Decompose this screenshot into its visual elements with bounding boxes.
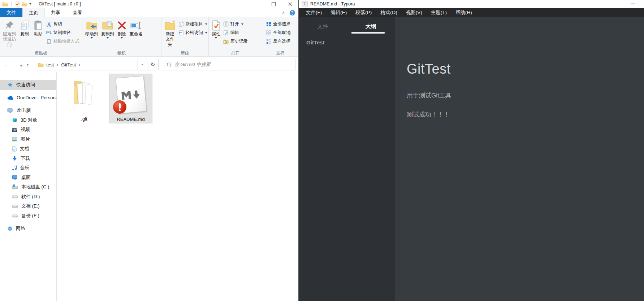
delete-button[interactable]: 删除 [116,18,128,39]
menu-paragraph[interactable]: 段落(P) [351,9,376,16]
paste-shortcut-button[interactable]: 粘贴快捷方式 [45,38,81,45]
open-button[interactable]: 打开 [222,21,249,27]
sidebar-item-downloads[interactable]: 下载 [0,154,56,163]
group-label-open: 打开 [209,51,262,56]
file-name-label: README.md [117,117,144,123]
help-icon[interactable] [289,10,295,16]
copy-to-icon [102,20,113,30]
sidebar-item-drive-c[interactable]: 本地磁盘 (C:) [0,182,56,192]
menu-file[interactable]: 文件(F) [302,9,326,16]
refresh-icon[interactable]: ↻ [147,59,159,70]
sidebar-item-drive-e[interactable]: 文档 (E:) [0,201,56,211]
maximize-button[interactable] [265,0,282,8]
menu-theme[interactable]: 主题(T) [427,9,451,16]
qat-customize-chevron-icon[interactable] [29,3,31,5]
tab-file[interactable]: 文件 [0,8,22,17]
tab-view[interactable]: 查看 [66,8,88,17]
menu-view[interactable]: 视图(V) [402,9,427,16]
open-with-typora-icon [223,21,229,27]
sidebar-item-videos[interactable]: 视频 [0,125,56,135]
history-button[interactable]: 历史记录 [222,38,249,45]
easy-access-icon [178,30,184,35]
file-item-readme[interactable]: README.md [109,74,152,123]
new-item-button[interactable]: 新建项目 [177,21,208,27]
sidebar-item-drive-d[interactable]: 软件 (D:) [0,192,56,202]
select-all-button[interactable]: 全部选择 [265,21,291,27]
rename-button[interactable]: 重命名 [128,18,144,37]
edit-button[interactable]: 编辑 [222,29,249,36]
collapse-ribbon-icon[interactable]: ∧ [282,10,285,15]
breadcrumb-test[interactable]: test [46,62,54,67]
ribbon-group-clipboard: 固定到 快速访问 复制 粘贴 剪切 [0,17,82,56]
typora-app-icon: T [302,1,308,7]
cut-icon [46,21,52,27]
up-icon[interactable]: ↑ [24,62,32,68]
copy-to-button[interactable]: 复制到 [100,18,116,39]
invert-selection-button[interactable]: 反向选择 [265,38,291,45]
star-icon [7,82,13,88]
download-arrow-icon [12,156,17,161]
menu-help[interactable]: 帮助(H) [451,9,476,16]
address-bar[interactable]: test GitTest [35,59,147,70]
back-icon[interactable]: ← [3,62,11,68]
sidebar-item-this-pc[interactable]: 此电脑 [0,106,56,115]
breadcrumb-gittest[interactable]: GitTest [61,62,76,67]
tab-home[interactable]: 主页 [22,8,45,17]
typora-tab-outline[interactable]: 大纲 [347,23,395,30]
sidebar-item-quick-access[interactable]: 快速访问 [0,80,56,90]
copy-button[interactable]: 复制 [18,18,31,37]
sidebar-item-network[interactable]: 网络 [0,224,56,234]
document-paragraph[interactable]: 用于测试Git工具 [407,91,622,100]
file-name-label: .git [81,116,87,123]
document-heading[interactable]: GitTest [407,61,622,77]
pin-icon [5,21,14,30]
minimize-button[interactable] [248,0,265,8]
new-folder-icon [164,20,176,31]
new-folder-qat-icon[interactable] [22,2,27,6]
select-none-icon [266,30,271,35]
easy-access-button[interactable]: 轻松访问 [177,29,208,36]
file-list-area[interactable]: .git README.md [57,72,298,301]
ribbon-group-open: 属性 打开 编辑 历史记录 [209,17,262,56]
typora-tab-files[interactable]: 文件 [299,23,347,30]
delete-dropdown-icon [121,37,123,39]
outline-item-gittest[interactable]: GitTest [306,39,395,45]
sidebar-item-documents[interactable]: 文档 [0,144,56,154]
new-folder-button[interactable]: 新建 文件夹 [163,18,177,48]
sidebar-item-desktop[interactable]: 桌面 [0,173,56,183]
move-to-icon [86,20,98,30]
paste-button[interactable]: 粘贴 [31,18,45,37]
cut-button[interactable]: 剪切 [45,21,81,27]
close-button[interactable] [282,0,298,8]
file-item-git-folder[interactable]: .git [69,74,100,123]
typora-editor[interactable]: GitTest 用于测试Git工具 测试成功！！！ [395,17,644,301]
computer-icon [7,108,13,113]
sidebar-item-pictures[interactable]: 图片 [0,135,56,144]
recent-locations-chevron-icon[interactable] [19,62,24,68]
select-all-icon [266,22,271,27]
properties-button[interactable]: 属性 [210,18,222,39]
copy-path-button[interactable]: 复制路径 [45,29,81,36]
group-label-organize: 组织 [82,51,161,56]
menu-edit[interactable]: 编辑(E) [326,9,351,16]
address-dropdown-icon[interactable] [137,59,147,70]
typora-window: T README.md - Typora 文件(F) 编辑(E) 段落(P) 格… [298,0,644,301]
document-paragraph[interactable]: 测试成功！！！ [407,110,622,119]
screen: GitTest [ main ↓0 ↑0 ] 文件 主页 共享 查看 ∧ 固定到 [0,0,644,301]
pin-to-quick-access-button[interactable]: 固定到 快速访问 [1,18,18,48]
sidebar-item-drive-f[interactable]: 备份 (F:) [0,211,56,221]
typora-minimize-button[interactable] [627,4,639,4]
menu-format[interactable]: 格式(O) [376,9,402,16]
move-to-button[interactable]: 移动到 [84,18,100,39]
sidebar-item-3d-objects[interactable]: 3D 对象 [0,115,56,125]
ribbon-group-select: 全部选择 全部取消 反向选择 选择 [262,17,298,56]
sidebar-item-music[interactable]: 音乐 [0,163,56,173]
properties-icon [212,20,221,31]
properties-qat-icon[interactable] [15,1,20,6]
select-none-button[interactable]: 全部取消 [265,29,291,36]
tab-share[interactable]: 共享 [45,8,66,17]
search-box[interactable]: 在 GitTest 中搜索 [163,59,295,70]
explorer-app-icon [2,2,8,6]
sidebar-item-onedrive[interactable]: OneDrive - Persona [0,93,56,103]
forward-icon[interactable]: → [11,62,19,68]
